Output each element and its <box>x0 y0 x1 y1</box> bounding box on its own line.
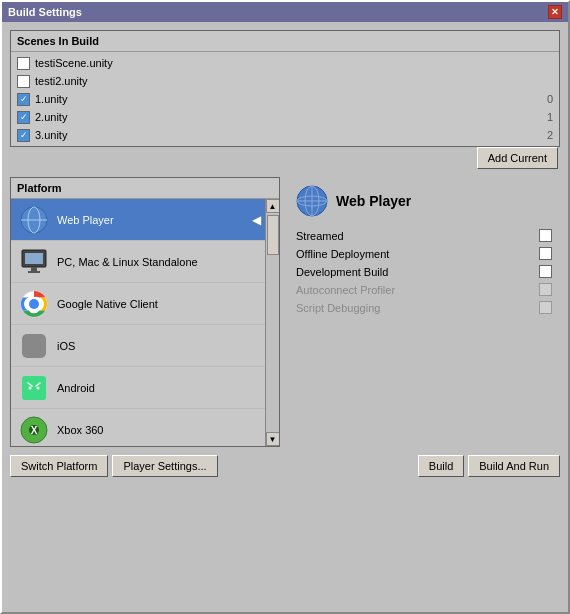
close-icon: ✕ <box>551 7 559 17</box>
platform-icon <box>19 289 49 319</box>
svg-rect-9 <box>22 334 46 358</box>
settings-panel-title: Web Player <box>336 193 411 209</box>
setting-checkbox[interactable] <box>539 265 552 278</box>
scene-index: 0 <box>538 93 553 105</box>
setting-row-offline-deployment: Offline Deployment <box>296 247 552 260</box>
scene-checkbox[interactable] <box>17 75 30 88</box>
platform-panel: Platform Web Player◀PC, Mac & Linux Stan… <box>10 177 280 447</box>
build-and-run-button[interactable]: Build And Run <box>468 455 560 477</box>
setting-label: Script Debugging <box>296 302 380 314</box>
svg-rect-6 <box>28 271 40 273</box>
svg-point-8 <box>29 299 39 309</box>
settings-title-row: Web Player <box>296 185 552 217</box>
setting-checkbox <box>539 301 552 314</box>
setting-checkbox <box>539 283 552 296</box>
scene-name: 3.unity <box>35 129 528 141</box>
platform-item-label: Web Player <box>57 214 114 226</box>
scene-checkbox[interactable]: ✓ <box>17 111 30 124</box>
scenes-panel-label: Scenes In Build <box>11 31 559 52</box>
scrollbar-thumb[interactable] <box>267 215 279 255</box>
setting-label: Offline Deployment <box>296 248 389 260</box>
setting-row-autoconnect-profiler: Autoconnect Profiler <box>296 283 552 296</box>
switch-platform-button[interactable]: Switch Platform <box>10 455 108 477</box>
platform-item-label: Android <box>57 382 95 394</box>
player-settings-button[interactable]: Player Settings... <box>112 455 217 477</box>
scene-index: 2 <box>538 129 553 141</box>
scene-checkbox[interactable]: ✓ <box>17 129 30 142</box>
bottom-buttons-left: Switch Platform Player Settings... <box>10 455 218 477</box>
platform-item-android[interactable]: Android <box>11 367 279 409</box>
scene-item[interactable]: testiScene.unity <box>11 54 559 72</box>
platform-item-label: Google Native Client <box>57 298 158 310</box>
scene-index: 1 <box>538 111 553 123</box>
svg-point-11 <box>26 383 42 397</box>
platform-item-xbox-360[interactable]: XXbox 360 <box>11 409 279 446</box>
setting-checkbox[interactable] <box>539 247 552 260</box>
platform-icon <box>19 205 49 235</box>
add-current-button[interactable]: Add Current <box>477 147 558 169</box>
bottom-buttons: Switch Platform Player Settings... Build… <box>10 455 560 477</box>
scenes-panel: Scenes In Build testiScene.unitytesti2.u… <box>10 30 560 147</box>
scene-name: testi2.unity <box>35 75 553 87</box>
settings-platform-icon <box>296 185 328 217</box>
scroll-down-arrow[interactable]: ▼ <box>266 432 280 446</box>
build-settings-window: Build Settings ✕ Scenes In Build testiSc… <box>0 0 570 614</box>
platform-icon <box>19 247 49 277</box>
scene-name: 1.unity <box>35 93 528 105</box>
setting-row-streamed: Streamed <box>296 229 552 242</box>
add-current-row: Add Current <box>10 147 560 169</box>
scene-name: 2.unity <box>35 111 528 123</box>
bottom-section: Platform Web Player◀PC, Mac & Linux Stan… <box>10 177 560 447</box>
close-button[interactable]: ✕ <box>548 5 562 19</box>
scene-item[interactable]: testi2.unity <box>11 72 559 90</box>
platform-icon: X <box>19 415 49 445</box>
platform-selected-arrow: ◀ <box>252 213 261 227</box>
setting-label: Streamed <box>296 230 344 242</box>
platform-item-web-player[interactable]: Web Player◀ <box>11 199 279 241</box>
setting-label: Development Build <box>296 266 388 278</box>
svg-point-13 <box>37 386 40 389</box>
platform-item-label: PC, Mac & Linux Standalone <box>57 256 198 268</box>
scene-name: testiScene.unity <box>35 57 553 69</box>
platform-item-label: Xbox 360 <box>57 424 103 436</box>
platform-item-google-native-client[interactable]: Google Native Client <box>11 283 279 325</box>
svg-rect-5 <box>31 267 37 271</box>
platform-icon <box>19 373 49 403</box>
platform-icon <box>19 331 49 361</box>
settings-options: StreamedOffline DeploymentDevelopment Bu… <box>296 229 552 314</box>
svg-rect-4 <box>25 253 43 264</box>
platform-item-label: iOS <box>57 340 75 352</box>
setting-row-script-debugging: Script Debugging <box>296 301 552 314</box>
scenes-list: testiScene.unitytesti2.unity✓1.unity0✓2.… <box>11 52 559 146</box>
svg-text:X: X <box>31 425 38 436</box>
platform-item-ios[interactable]: iOS <box>11 325 279 367</box>
build-button[interactable]: Build <box>418 455 464 477</box>
scroll-up-arrow[interactable]: ▲ <box>266 199 280 213</box>
window-title: Build Settings <box>8 6 82 18</box>
platform-panel-label: Platform <box>11 178 279 199</box>
scrollbar[interactable]: ▲ ▼ <box>265 199 279 446</box>
title-bar: Build Settings ✕ <box>2 2 568 22</box>
scene-item[interactable]: ✓2.unity1 <box>11 108 559 126</box>
svg-point-12 <box>29 386 32 389</box>
scene-item[interactable]: ✓3.unity2 <box>11 126 559 144</box>
platform-item-pc,-mac-&-linux-standalone[interactable]: PC, Mac & Linux Standalone <box>11 241 279 283</box>
scene-item[interactable]: ✓1.unity0 <box>11 90 559 108</box>
bottom-buttons-right: Build Build And Run <box>418 455 560 477</box>
main-content: Scenes In Build testiScene.unitytesti2.u… <box>2 22 568 485</box>
scene-checkbox[interactable]: ✓ <box>17 93 30 106</box>
setting-label: Autoconnect Profiler <box>296 284 395 296</box>
setting-row-development-build: Development Build <box>296 265 552 278</box>
platform-list: Web Player◀PC, Mac & Linux StandaloneGoo… <box>11 199 279 446</box>
scene-checkbox[interactable] <box>17 57 30 70</box>
setting-checkbox[interactable] <box>539 229 552 242</box>
settings-panel: Web Player StreamedOffline DeploymentDev… <box>288 177 560 447</box>
